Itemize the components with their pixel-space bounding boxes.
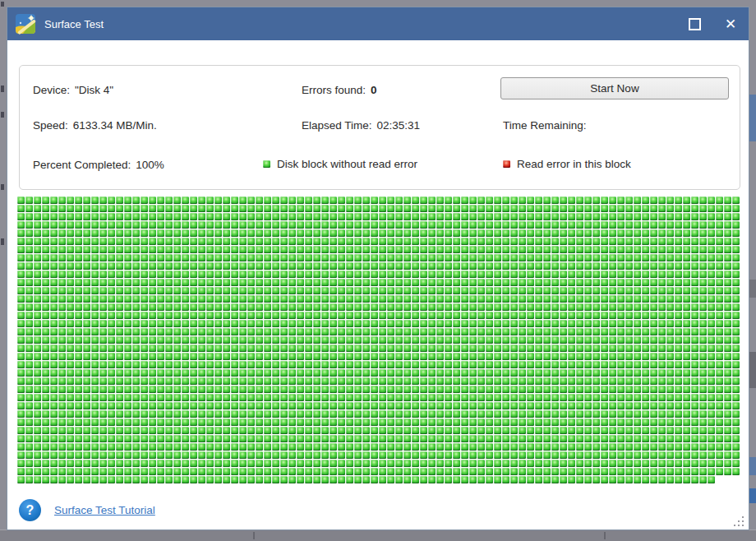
disk-block [609,254,616,261]
disk-block [67,435,74,442]
green-block-icon [263,160,270,168]
disk-block [91,238,99,245]
disk-block [165,279,173,286]
disk-block [157,213,164,220]
disk-block [699,344,707,352]
start-now-button[interactable]: Start Now [500,77,729,99]
disk-block [560,320,567,327]
disk-block [502,369,509,377]
disk-block [346,229,353,237]
disk-block [699,320,707,327]
disk-block [190,435,197,442]
disk-block [699,254,707,261]
disk-block [395,386,403,393]
disk-block [239,320,247,327]
disk-block [535,344,542,352]
disk-block [50,197,58,204]
disk-block [173,254,181,261]
disk-block [609,246,616,253]
disk-block [239,246,247,253]
disk-block [716,369,723,377]
disk-block [699,377,707,385]
disk-block [551,270,559,278]
disk-block [469,377,477,385]
disk-block [141,402,148,409]
disk-block [395,369,403,377]
disk-block [25,427,33,434]
disk-block [25,238,33,245]
disk-block [75,238,82,245]
disk-block [182,320,189,327]
help-icon[interactable]: ? [19,499,41,521]
disk-block [124,238,131,245]
disk-block [716,295,723,303]
disk-block [601,443,608,451]
disk-block [387,254,394,261]
disk-block [371,427,378,434]
disk-block [519,386,526,393]
close-button[interactable]: ✕ [712,7,749,40]
disk-block [231,320,238,327]
disk-block [568,295,575,303]
disk-block [124,369,131,377]
disk-block [124,246,131,253]
disk-block [264,246,271,253]
disk-block [321,246,329,253]
disk-block [313,369,320,377]
disk-block [313,377,320,385]
disk-block [412,254,419,261]
surface-test-tutorial-link[interactable]: Surface Test Tutorial [54,504,155,516]
disk-block [642,262,649,270]
disk-block [683,394,690,401]
disk-block [477,312,485,319]
disk-block [132,402,140,409]
disk-block [494,369,501,377]
disk-block [124,262,131,270]
disk-block [17,386,25,393]
disk-block [124,279,131,286]
background-fragment [1,112,4,118]
disk-block [67,377,74,385]
disk-block [362,328,370,335]
disk-block [313,328,320,335]
titlebar[interactable]: Surface Test ✕ [7,7,749,40]
disk-block [436,279,444,286]
disk-block [601,246,608,253]
disk-block [182,246,189,253]
disk-block [313,295,320,303]
disk-block [362,262,370,270]
disk-block [395,205,403,212]
disk-block [34,353,41,360]
disk-block [666,287,674,294]
disk-block [642,427,649,434]
disk-block [297,229,304,237]
disk-block [560,402,567,409]
disk-block [214,410,222,418]
disk-block [223,344,230,352]
disk-block [486,229,493,237]
disk-block [683,468,690,475]
disk-block [592,238,600,245]
disk-block [625,402,633,409]
disk-block [502,262,509,270]
resize-grip[interactable] [734,516,744,526]
disk-block [387,468,394,475]
disk-block [420,443,427,451]
disk-block [494,312,501,319]
maximize-button[interactable] [676,7,712,40]
disk-block [477,468,485,475]
disk-block [280,303,288,311]
disk-block [675,197,682,204]
disk-block [445,386,452,393]
disk-block [149,287,156,294]
disk-block [535,262,542,270]
disk-block [25,336,33,344]
disk-block [165,394,173,401]
disk-block [354,270,362,278]
disk-block [445,361,452,368]
disk-block [412,427,419,434]
disk-block [354,197,362,204]
disk-block [691,336,698,344]
disk-block [214,246,222,253]
disk-block [527,205,534,212]
